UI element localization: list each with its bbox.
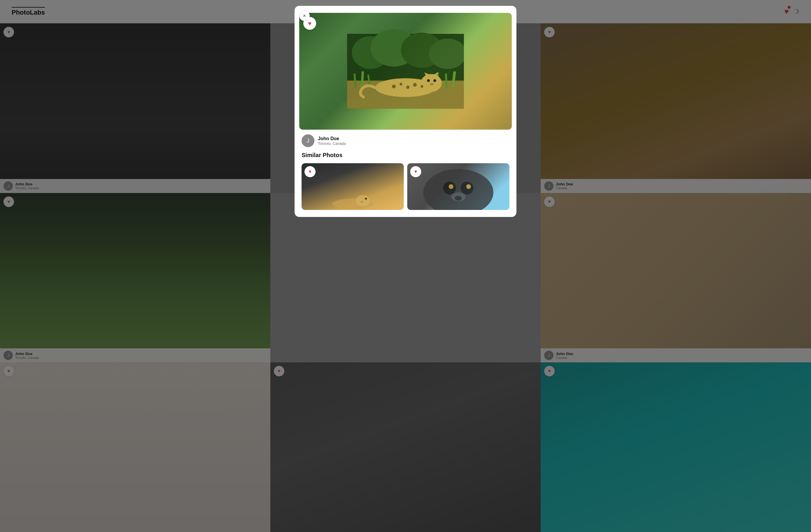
modal-author-location: Toronto, Canada	[318, 141, 346, 146]
dog-illustration-2	[407, 163, 509, 210]
svg-point-32	[466, 184, 471, 189]
similar-photos-grid: ♥ ♥	[294, 163, 517, 210]
modal-overlay[interactable]: ×	[0, 0, 811, 532]
svg-point-26	[365, 198, 367, 200]
similar-card-2[interactable]: ♥	[407, 163, 509, 210]
leopard-illustration	[347, 25, 464, 118]
svg-point-31	[449, 184, 454, 189]
heart-icon: ♥	[309, 169, 311, 174]
svg-point-17	[392, 85, 396, 89]
modal-author-name: John Doe	[318, 136, 346, 141]
close-icon: ×	[303, 13, 306, 19]
svg-point-18	[399, 82, 402, 86]
dog-illustration-1	[302, 177, 404, 210]
photo-modal: ×	[294, 6, 517, 217]
modal-close-button[interactable]: ×	[299, 11, 310, 21]
modal-main-image: ♥	[299, 13, 512, 130]
svg-point-34	[455, 196, 462, 201]
modal-author-avatar: J	[302, 134, 315, 147]
svg-point-20	[413, 83, 417, 87]
modal-image-wrapper: ♥	[294, 6, 517, 130]
heart-filled-icon: ♥	[308, 20, 311, 27]
leopard-image-bg	[299, 13, 512, 130]
svg-point-21	[420, 85, 423, 88]
svg-point-27	[360, 201, 364, 203]
svg-point-28	[423, 169, 493, 210]
similar-photos-title: Similar Photos	[294, 150, 517, 163]
svg-point-16	[430, 83, 433, 85]
svg-point-25	[356, 195, 370, 207]
modal-author-section: J John Doe Toronto, Canada	[294, 130, 517, 150]
svg-point-19	[406, 86, 409, 89]
similar-like-button-1[interactable]: ♥	[305, 166, 316, 177]
similar-card-1[interactable]: ♥	[302, 163, 404, 210]
svg-point-13	[421, 74, 442, 92]
svg-point-14	[433, 79, 436, 82]
svg-point-15	[427, 79, 430, 82]
